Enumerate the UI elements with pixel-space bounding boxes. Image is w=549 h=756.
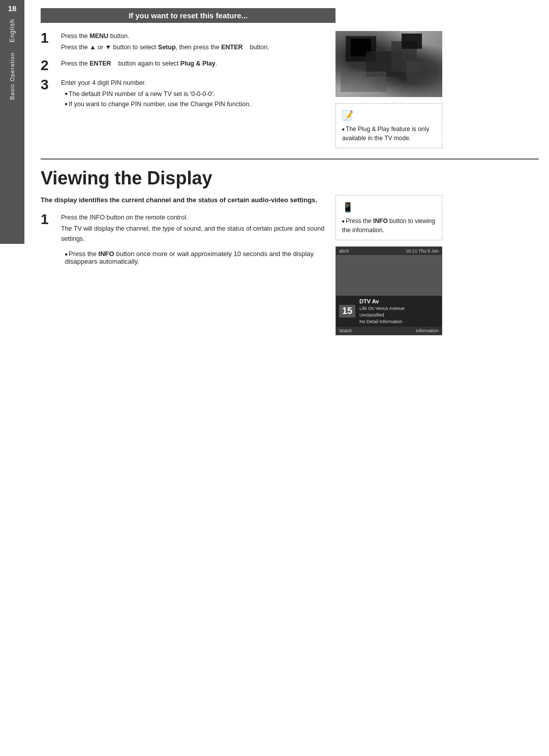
note-bullet-1: The Plug & Play feature is only availabl… [342, 124, 436, 143]
viewing-step-1-number: 1 [41, 212, 55, 227]
step-3-bullet-2: If you want to change PIN number, use th… [65, 99, 251, 109]
tv-topbar-channel: abc5 [339, 248, 349, 254]
tv-channel-type: DTV Av [359, 298, 405, 305]
step-3-content: Enter your 4 digit PIN number. The defau… [61, 78, 251, 109]
viewing-section: Viewing the Display The display identifi… [41, 168, 539, 335]
step-3-bullet-1: The default PIN number of a new TV set i… [65, 89, 251, 99]
step-3-bullets: The default PIN number of a new TV set i… [61, 89, 251, 109]
section-divider [41, 159, 539, 160]
language-label: English [9, 19, 16, 42]
tv-channel-name: Life On Venus Avenue [359, 305, 405, 312]
tv-channel-detail: No Detail Information [359, 319, 405, 325]
tv-screen-bottom-bar: Watch Information [336, 327, 442, 335]
tv-channel-info: DTV Av Life On Venus Avenue Unclassified… [359, 298, 405, 325]
main-content: If you want to reset this feature... 1 P… [30, 8, 549, 356]
step-2-content: Press the ENTER button again to select P… [61, 58, 217, 70]
info-note-bullets: Press the INFO button to viewing the inf… [342, 216, 436, 235]
info-note-text: Press the INFO button to viewing the inf… [342, 216, 436, 235]
step-2: 2 Press the ENTER button again to select… [41, 58, 325, 73]
reset-steps-area: 1 Press the MENU button. Press the ▲ or … [41, 31, 539, 148]
reset-steps-left: 1 Press the MENU button. Press the ▲ or … [41, 31, 325, 148]
section-label: Basic Operation [9, 52, 15, 100]
tv-screen-topbar: abc5 18:11 Thu 8 Jan [336, 247, 442, 255]
tv-channel-number: 15 [339, 305, 355, 318]
viewing-subtitle: The display identifies the current chann… [41, 195, 325, 205]
viewing-step-1-bullet-1: Press the INFO button once more or wait … [65, 250, 325, 265]
viewing-step-1-line-1: Press the INFO button on the remote cont… [61, 212, 325, 223]
viewing-left: The display identifies the current chann… [41, 195, 325, 335]
reset-section: If you want to reset this feature... 1 P… [41, 8, 539, 148]
viewing-step-1-line-2: The TV will display the channel, the typ… [61, 224, 325, 244]
tv-screen-main [336, 255, 442, 296]
info-note-box: 📱 Press the INFO button to viewing the i… [336, 195, 442, 240]
tv-topbar-time: 18:11 Thu 8 Jan [406, 248, 439, 254]
step-3-number: 3 [41, 78, 55, 92]
step-1-line-2: Press the ▲ or ▼ button to select Setup,… [61, 42, 269, 52]
viewing-right: 📱 Press the INFO button to viewing the i… [336, 195, 442, 335]
tv-info-button: Information [416, 328, 439, 333]
step-3: 3 Enter your 4 digit PIN number. The def… [41, 78, 325, 109]
tv-screen-mockup: abc5 18:11 Thu 8 Jan 15 DTV Av Life On V… [336, 246, 442, 335]
sidebar: 18 English Basic Operation [0, 0, 24, 244]
info-note-icon: 📱 [342, 201, 436, 214]
tv-screen-channel-bar: 15 DTV Av Life On Venus Avenue Unclassif… [336, 296, 442, 327]
step-1: 1 Press the MENU button. Press the ▲ or … [41, 31, 325, 53]
note-icon: 📝 [342, 109, 436, 122]
step-1-number: 1 [41, 31, 55, 45]
viewing-step-1-sub: Press the INFO button once more or wait … [61, 250, 325, 265]
tv-watch-button: Watch [339, 328, 352, 333]
note-bullets: The Plug & Play feature is only availabl… [342, 124, 436, 143]
tv-image-inner [336, 31, 442, 97]
step-3-title: Enter your 4 digit PIN number. [61, 78, 251, 88]
viewing-step-1-bullets: Press the INFO button once more or wait … [61, 250, 325, 265]
reset-steps-right: 📝 The Plug & Play feature is only availa… [336, 31, 442, 148]
step-2-line-1: Press the ENTER button again to select P… [61, 58, 217, 69]
reset-section-header: If you want to reset this feature... [41, 8, 336, 23]
step-1-line-1: Press the MENU button. [61, 31, 269, 41]
tv-channel-subtitle: Unclassified [359, 312, 405, 319]
step-1-content: Press the MENU button. Press the ▲ or ▼ … [61, 31, 269, 53]
page-number: 18 [8, 4, 17, 13]
tv-image [336, 31, 442, 97]
viewing-step-1: 1 Press the INFO button on the remote co… [41, 212, 325, 245]
viewing-area: The display identifies the current chann… [41, 195, 539, 335]
step-2-number: 2 [41, 58, 55, 73]
viewing-step-1-content: Press the INFO button on the remote cont… [61, 212, 325, 245]
viewing-section-title: Viewing the Display [41, 168, 539, 189]
plug-play-note-box: 📝 The Plug & Play feature is only availa… [336, 103, 442, 148]
